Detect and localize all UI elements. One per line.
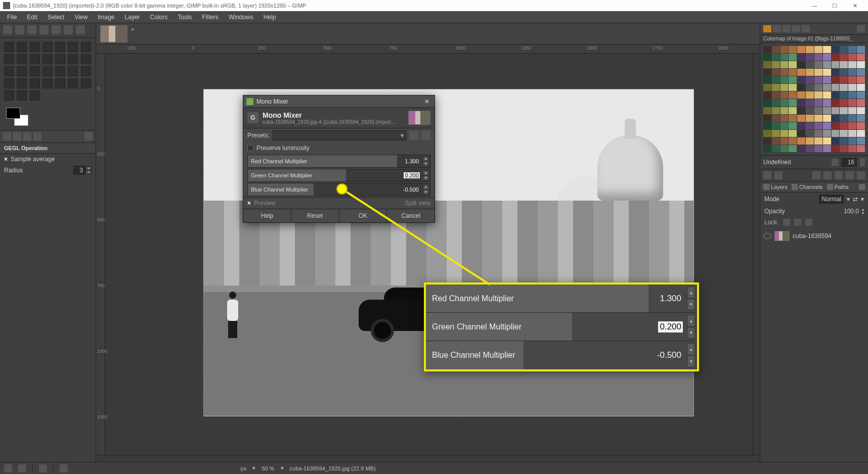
colormap-cell[interactable] (772, 115, 780, 122)
colormap-cell[interactable] (763, 107, 771, 114)
callout-blue-value[interactable]: -0.500 (656, 350, 683, 361)
grid-icon[interactable] (832, 159, 839, 166)
tool-button[interactable] (42, 54, 53, 64)
colormap-cell[interactable] (848, 130, 856, 137)
tool-button[interactable] (68, 78, 78, 88)
status-zoom[interactable]: 50 % (262, 465, 274, 471)
tool-button[interactable] (30, 54, 40, 64)
colormap-cell[interactable] (848, 115, 856, 122)
tool-button[interactable] (30, 42, 40, 52)
options-menu-icon[interactable] (84, 132, 93, 140)
colormap-cell[interactable] (814, 61, 822, 68)
status-unit[interactable]: px (241, 465, 247, 471)
colormap-cell[interactable] (797, 99, 805, 106)
colormap-cell[interactable] (857, 107, 865, 114)
colormap-cell[interactable] (848, 99, 856, 106)
colormap-cell[interactable] (857, 91, 865, 99)
colormap-cell[interactable] (763, 91, 771, 99)
colormap-cell[interactable] (832, 130, 840, 137)
tool-button[interactable] (81, 78, 91, 88)
options-tab[interactable] (23, 132, 31, 140)
tool-button[interactable] (30, 66, 40, 76)
colormap-cell[interactable] (823, 84, 831, 91)
colormap-cell[interactable] (780, 107, 789, 114)
colormap-cell[interactable] (832, 54, 840, 61)
colormap-index[interactable]: 16 (842, 158, 857, 167)
colormap-cell[interactable] (832, 137, 840, 145)
colormap-cell[interactable] (823, 130, 831, 137)
colormap-cell[interactable] (814, 76, 822, 83)
colormap-cell[interactable] (763, 115, 771, 122)
colormap-cell[interactable] (763, 54, 771, 61)
colormap-cell[interactable] (806, 130, 814, 137)
colormap-cell[interactable] (772, 84, 780, 91)
fg-bg-swatch[interactable] (6, 108, 28, 126)
mode-value[interactable]: Normal (819, 195, 844, 204)
red-spinner[interactable]: ▴▾ (423, 156, 429, 166)
tool-button[interactable] (17, 66, 27, 76)
tab-layers[interactable]: Layers (763, 184, 788, 190)
colormap-cell[interactable] (797, 76, 805, 83)
colormap-cell[interactable] (806, 115, 814, 122)
colormap-cell[interactable] (780, 84, 789, 91)
spinner-icon[interactable] (860, 158, 865, 166)
colormap-cell[interactable] (797, 91, 805, 99)
tab-icon[interactable] (763, 25, 771, 32)
options-tab[interactable] (33, 132, 41, 140)
tool-button[interactable] (68, 66, 78, 76)
colormap-cell[interactable] (823, 76, 831, 83)
minimize-button[interactable]: — (804, 0, 824, 11)
colormap-cell[interactable] (789, 91, 797, 99)
tool-button[interactable] (55, 54, 65, 64)
cm-btn[interactable] (857, 171, 865, 179)
layer-name[interactable]: cuba-1638594 (793, 232, 832, 240)
preset-menu-button[interactable] (421, 131, 430, 140)
callout-green-value[interactable]: 0.200 (658, 321, 683, 333)
colormap-cell[interactable] (848, 91, 856, 99)
colormap-cell[interactable] (823, 99, 831, 106)
colormap-cell[interactable] (763, 69, 771, 76)
colormap-cell[interactable] (789, 54, 797, 61)
vertical-scrollbar[interactable] (753, 54, 760, 455)
status-icon[interactable] (18, 464, 26, 472)
status-icon[interactable] (39, 464, 47, 472)
colormap-cell[interactable] (772, 91, 780, 99)
colormap-cell[interactable] (848, 54, 856, 61)
colormap-cell[interactable] (772, 46, 780, 53)
colormap-cell[interactable] (772, 137, 780, 145)
colormap-cell[interactable] (789, 122, 797, 129)
colormap-cell[interactable] (848, 76, 856, 83)
colormap-cell[interactable] (806, 137, 814, 145)
horizontal-scrollbar[interactable] (96, 455, 760, 462)
image-tab[interactable]: × (100, 25, 127, 42)
close-x-icon[interactable]: × (4, 156, 8, 163)
cm-btn[interactable] (846, 171, 854, 179)
presets-dropdown[interactable]: ▾ (273, 130, 406, 140)
tool-button[interactable] (4, 78, 14, 88)
callout-red-row[interactable]: Red Channel Multiplier 1.300 ▴▾ (426, 285, 697, 313)
spinner-icon[interactable]: ▴▾ (862, 208, 864, 215)
colormap-cell[interactable] (780, 69, 789, 76)
callout-blue-row[interactable]: Blue Channel Multiplier -0.500 ▴▾ (426, 341, 697, 369)
green-multiplier-slider[interactable]: Green Channel Multiplier 0.200 ▴▾ (247, 169, 430, 182)
cancel-button[interactable]: Cancel (387, 209, 435, 222)
colormap-cell[interactable] (823, 107, 831, 114)
green-value[interactable]: 0.200 (404, 172, 420, 178)
opacity-value[interactable]: 100.0 (834, 208, 859, 215)
colormap-cell[interactable] (840, 84, 848, 91)
colormap-cell[interactable] (806, 91, 814, 99)
tab-icon[interactable] (802, 25, 810, 32)
blue-value[interactable]: -0.500 (402, 186, 420, 193)
colormap-cell[interactable] (840, 76, 848, 83)
colormap-cell[interactable] (772, 122, 780, 129)
colormap-cell[interactable] (840, 54, 848, 61)
colormap-cell[interactable] (763, 46, 771, 53)
colormap-cell[interactable] (840, 145, 848, 152)
colormap-cell[interactable] (763, 76, 771, 83)
splitview-label[interactable]: Split view (405, 200, 430, 207)
colormap-cell[interactable] (857, 99, 865, 106)
colormap-cell[interactable] (789, 107, 797, 114)
colormap-cell[interactable] (789, 115, 797, 122)
colormap-cell[interactable] (789, 137, 797, 145)
tab-icon[interactable] (773, 25, 781, 32)
